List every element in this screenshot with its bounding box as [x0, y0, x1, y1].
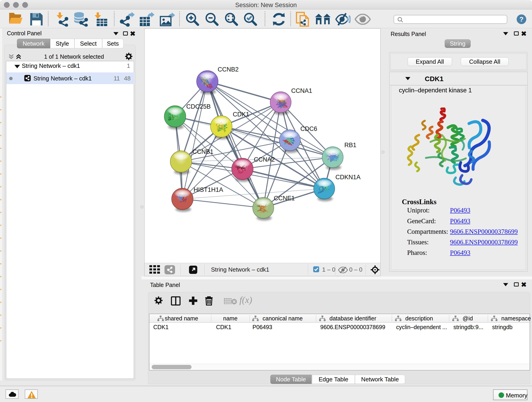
svg-text:?: ?: [519, 15, 524, 23]
svg-text:CDC6: CDC6: [300, 125, 317, 132]
svg-text:CCNB2: CCNB2: [218, 66, 239, 73]
svg-text:CCNB1: CCNB1: [192, 148, 214, 155]
svg-text:HIST1H1A: HIST1H1A: [194, 186, 223, 193]
svg-text:RB1: RB1: [344, 142, 356, 148]
svg-text:CDKN1A: CDKN1A: [336, 174, 361, 181]
svg-text:CDK1: CDK1: [233, 111, 249, 118]
svg-text:CCNA2: CCNA2: [254, 156, 275, 163]
svg-text:CCNA1: CCNA1: [291, 87, 312, 94]
svg-text:CDC25B: CDC25B: [186, 103, 211, 110]
svg-text:CCNE1: CCNE1: [274, 195, 295, 202]
